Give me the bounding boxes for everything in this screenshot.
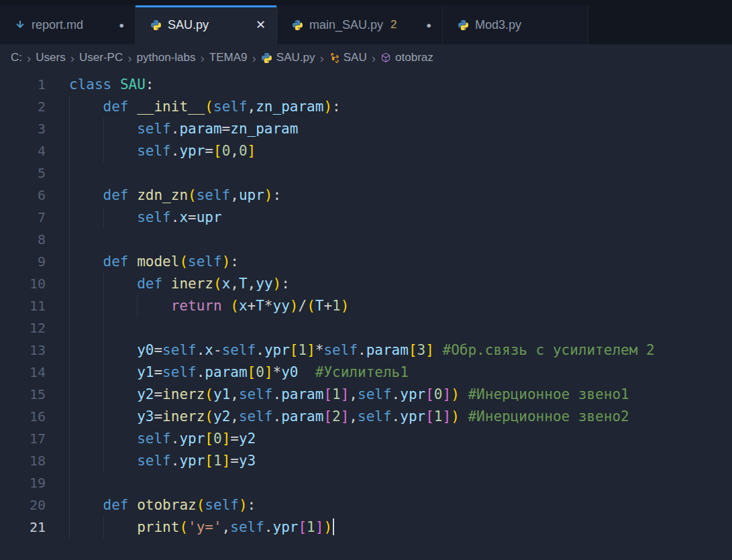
- code-lines: 1class SAU:2 def __init__(self,zn_param)…: [0, 74, 732, 539]
- code-line[interactable]: 5: [0, 162, 732, 184]
- code-line[interactable]: 17 self.ypr[0]=y2: [0, 428, 732, 450]
- code-line[interactable]: 6 def zdn_zn(self,upr):: [0, 184, 732, 207]
- tab-sau-py[interactable]: SAU.py✕: [136, 5, 277, 44]
- indent-guide: [69, 428, 70, 450]
- line-number: 17: [0, 428, 46, 450]
- code-line[interactable]: 3 self.param=zn_param: [0, 118, 732, 140]
- code-text: def inerz(x,T,yy):: [69, 273, 290, 295]
- code-text: y0=self.x-self.ypr[1]*self.param[3] #Обр…: [69, 339, 655, 361]
- code-line[interactable]: 2 def __init__(self,zn_param):: [0, 96, 732, 118]
- tab-report-md[interactable]: report.md●: [0, 5, 136, 44]
- tab-label: main_SAU.py: [309, 18, 383, 32]
- code-line[interactable]: 12: [0, 317, 732, 339]
- code-editor-window: report.md●SAU.py✕main_SAU.py2●Mod3.py C:…: [0, 0, 732, 539]
- indent-guide: [69, 472, 70, 494]
- code-line[interactable]: 20 def otobraz(self):: [0, 494, 732, 516]
- code-line[interactable]: 1class SAU:: [0, 74, 732, 96]
- indent-guide: [69, 516, 70, 539]
- code-text: self.param=zn_param: [69, 118, 298, 140]
- code-line[interactable]: 7 self.x=upr: [0, 207, 732, 229]
- line-number: 1: [0, 74, 46, 96]
- indent-guide: [69, 229, 70, 251]
- python-icon: [458, 19, 469, 31]
- code-text: class SAU:: [69, 74, 154, 96]
- code-line[interactable]: 9 def model(self):: [0, 251, 732, 273]
- line-number: 19: [0, 472, 46, 494]
- code-line[interactable]: 21 print('y=',self.ypr[1]): [0, 516, 732, 539]
- tab-label: report.md: [32, 18, 83, 32]
- breadcrumb-label: SAU: [344, 51, 367, 64]
- indent-guide: [103, 317, 104, 339]
- indent-guide: [69, 317, 70, 339]
- code-line[interactable]: 19: [0, 472, 732, 494]
- code-text: self.ypr[0]=y2: [69, 428, 256, 450]
- tab-label: SAU.py: [168, 18, 209, 32]
- indent-guide: [137, 295, 138, 317]
- code-line[interactable]: 14 y1=self.param[0]*y0 #Усилитель1: [0, 361, 732, 384]
- line-number: 5: [0, 162, 46, 184]
- breadcrumb-item-tema9[interactable]: TEMA9: [209, 51, 248, 64]
- indent-guide: [69, 494, 70, 516]
- close-icon[interactable]: ✕: [256, 19, 266, 31]
- method-icon: [380, 52, 391, 63]
- breadcrumb-item-c-[interactable]: C:: [11, 51, 22, 64]
- indent-guide: [103, 361, 104, 384]
- breadcrumb-label: User-PC: [79, 51, 123, 64]
- code-line[interactable]: 10 def inerz(x,T,yy):: [0, 273, 732, 295]
- code-line[interactable]: 15 y2=inerz(y1,self.param[1],self.ypr[0]…: [0, 384, 732, 406]
- breadcrumb-label: python-labs: [137, 51, 196, 64]
- code-text: def model(self):: [69, 251, 239, 273]
- indent-guide: [103, 207, 104, 229]
- indent-guide: [103, 273, 104, 295]
- breadcrumb-item-users[interactable]: Users: [36, 51, 65, 64]
- code-line[interactable]: 11 return (x+T*yy)/(T+1): [0, 295, 732, 317]
- editor[interactable]: 1class SAU:2 def __init__(self,zn_param)…: [0, 71, 732, 539]
- indent-guide: [103, 450, 104, 472]
- dirty-indicator: ●: [119, 20, 124, 30]
- code-text: self.x=upr: [69, 207, 222, 229]
- code-line[interactable]: 8: [0, 229, 732, 251]
- breadcrumb-item-otobraz[interactable]: otobraz: [380, 51, 433, 64]
- code-text: y3=inerz(y2,self.param[2],self.ypr[1]) #…: [69, 406, 629, 428]
- tab-main-sau-py[interactable]: main_SAU.py2●: [277, 5, 443, 44]
- line-number: 12: [0, 317, 46, 339]
- line-number: 8: [0, 229, 46, 251]
- indent-guide: [69, 295, 70, 317]
- line-number: 6: [0, 184, 46, 207]
- markdown-icon: [15, 19, 25, 30]
- breadcrumb-label: C:: [11, 51, 22, 64]
- python-icon: [150, 19, 162, 31]
- code-text: print('y=',self.ypr[1]): [69, 516, 334, 539]
- indent-guide: [69, 118, 70, 140]
- code-text: self.ypr=[0,0]: [69, 140, 256, 162]
- indent-guide: [69, 96, 70, 118]
- indent-guide: [69, 384, 70, 406]
- line-number: 11: [0, 295, 46, 317]
- chevron-right-icon: ›: [66, 52, 79, 64]
- breadcrumb-item-python-labs[interactable]: python-labs: [137, 51, 196, 64]
- tab-mod3-py[interactable]: Mod3.py: [443, 5, 588, 44]
- line-number: 9: [0, 251, 46, 273]
- indent-guide: [69, 273, 70, 295]
- code-line[interactable]: 4 self.ypr=[0,0]: [0, 140, 732, 162]
- class-icon: [329, 52, 339, 63]
- chevron-right-icon: ›: [367, 52, 380, 64]
- dirty-indicator: ●: [426, 20, 431, 30]
- code-line[interactable]: 18 self.ypr[1]=y3: [0, 450, 732, 472]
- breadcrumb-item-sau-py[interactable]: SAU.py: [261, 51, 315, 64]
- code-line[interactable]: 16 y3=inerz(y2,self.param[2],self.ypr[1]…: [0, 406, 732, 428]
- chevron-right-icon: ›: [22, 52, 36, 64]
- indent-guide: [69, 207, 70, 229]
- tab-bar: report.md●SAU.py✕main_SAU.py2●Mod3.py: [0, 0, 732, 44]
- indent-guide: [69, 339, 70, 361]
- code-line[interactable]: 13 y0=self.x-self.ypr[1]*self.param[3] #…: [0, 339, 732, 361]
- breadcrumb-item-sau[interactable]: SAU: [329, 51, 367, 64]
- indent-guide: [103, 295, 104, 317]
- code-text: def zdn_zn(self,upr):: [69, 184, 281, 207]
- chevron-right-icon: ›: [123, 52, 136, 64]
- breadcrumb-item-user-pc[interactable]: User-PC: [79, 51, 123, 64]
- indent-guide: [69, 162, 70, 184]
- indent-guide: [103, 384, 104, 406]
- indent-guide: [103, 118, 104, 140]
- chevron-right-icon: ›: [315, 52, 328, 64]
